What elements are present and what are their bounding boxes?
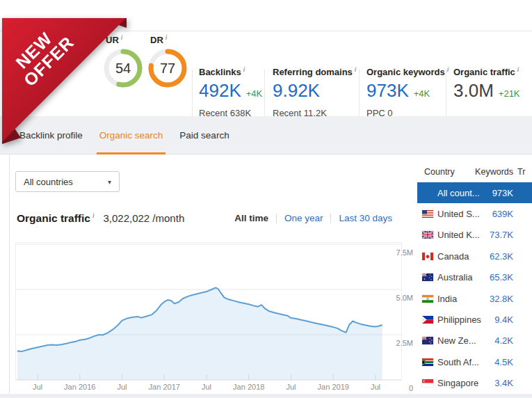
- table-row-canada[interactable]: Canada62.3K: [417, 246, 532, 266]
- ur-label: URi: [103, 34, 145, 45]
- x-axis-tick-label: Jul: [371, 383, 380, 391]
- chart-title-text: Organic traffic: [17, 212, 90, 224]
- backlinks-label: Backlinksi: [199, 66, 264, 77]
- table-row-philippines[interactable]: Philippines9.4K: [417, 309, 532, 330]
- organic-traffic-delta: +21K: [499, 88, 520, 99]
- keywords-value: 65.3K: [490, 272, 513, 282]
- country-name: United S...: [437, 209, 480, 219]
- info-icon[interactable]: i: [517, 66, 519, 73]
- x-axis-tick-label: Jul: [117, 383, 127, 391]
- country-name: United K...: [437, 230, 480, 240]
- chart-title-value: 3,022,022 /month: [103, 212, 184, 224]
- keywords-value: 973K: [492, 188, 513, 198]
- organic-keywords-label: Organic keywordsi: [366, 66, 449, 77]
- flag-us-icon: [422, 210, 433, 218]
- tab-paid-search[interactable]: Paid search: [171, 116, 237, 154]
- flag-in-icon: [422, 295, 433, 303]
- organic-keywords-value[interactable]: 973K: [366, 80, 409, 101]
- organic-keywords-stat: Organic keywordsi 973K +4K PPC 0: [366, 66, 449, 121]
- country-filter-dropdown[interactable]: All countries ▾: [15, 171, 120, 192]
- flag-za-icon: [422, 358, 433, 366]
- x-axis-tick-label: Jul: [286, 383, 296, 391]
- tab-backlink-profile[interactable]: Backlink profile: [11, 116, 91, 154]
- table-row-all-count---[interactable]: All count...973K: [417, 182, 532, 203]
- flag-au-icon: [422, 273, 433, 281]
- y-axis-tick-label: 7.5M: [396, 248, 413, 257]
- countries-table: Country Keywords Tr All count...973KUnit…: [417, 167, 532, 394]
- organic-traffic-label-text: Organic traffic: [453, 67, 515, 77]
- organic-keywords-delta: +4K: [414, 88, 430, 99]
- table-row-south-af---[interactable]: South Af...4.5K: [417, 351, 532, 372]
- range-last-30-days[interactable]: Last 30 days: [331, 213, 400, 223]
- dr-gauge: DRi 77: [147, 34, 189, 88]
- page-bottom-strip: [0, 394, 532, 398]
- country-name: South Af...: [437, 357, 479, 367]
- country-name: All count...: [437, 188, 480, 198]
- info-icon[interactable]: i: [166, 34, 168, 41]
- organic-traffic-area-chart[interactable]: [15, 242, 402, 381]
- dr-value: 77: [147, 48, 188, 88]
- organic-traffic-label: Organic traffici: [453, 66, 520, 77]
- x-axis-tick-label: Jan 2016: [64, 383, 95, 391]
- keywords-value: 4.2K: [494, 335, 513, 346]
- keywords-value: 639K: [492, 209, 513, 219]
- ribbon-fold-top: [99, 18, 127, 28]
- info-icon[interactable]: i: [447, 66, 449, 73]
- column-header-country: Country: [424, 167, 455, 177]
- info-icon[interactable]: i: [355, 66, 357, 73]
- organic-traffic-stat: Organic traffici 3.0M +21K: [453, 66, 520, 101]
- x-axis-tick-label: Jan 2017: [149, 383, 180, 391]
- table-row-australia[interactable]: Australia65.3K: [417, 267, 532, 288]
- column-header-traffic: Tr: [517, 167, 525, 177]
- range-one-year[interactable]: One year: [277, 213, 331, 223]
- country-name: India: [437, 294, 457, 304]
- panel-left-border: [9, 154, 10, 394]
- referring-domains-value[interactable]: 9.92K: [273, 80, 320, 101]
- ur-label-text: UR: [106, 35, 119, 45]
- country-name: New Ze...: [437, 335, 476, 346]
- flag-sg-icon: [422, 379, 433, 387]
- tab-organic-search[interactable]: Organic search: [91, 116, 172, 154]
- country-name: Canada: [437, 251, 469, 262]
- report-tabbar: Backlink profile Organic search Paid sea…: [0, 116, 532, 154]
- country-filter-value: All countries: [24, 177, 73, 187]
- organic-traffic-value: 3.0M: [453, 80, 494, 101]
- chart-title: Organic traffici: [17, 212, 94, 225]
- keywords-value: 62.3K: [490, 251, 513, 262]
- chart-heading-row: Organic traffici 3,022,022 /month: [17, 212, 184, 225]
- table-row-united-k---[interactable]: United K...73.7K: [417, 225, 532, 246]
- country-name: Australia: [437, 272, 473, 282]
- column-header-keywords: Keywords: [475, 167, 513, 177]
- info-icon[interactable]: i: [92, 212, 95, 219]
- range-all-time[interactable]: All time: [227, 213, 276, 223]
- y-axis-tick-label: 0: [409, 384, 413, 392]
- y-axis-tick-label: 2.5M: [396, 339, 413, 347]
- x-axis-tick-label: Jan 2018: [233, 383, 264, 391]
- referring-domains-label-text: Referring domains: [273, 67, 353, 77]
- flag-ph-icon: [422, 316, 433, 324]
- keywords-value: 9.4K: [494, 315, 513, 325]
- dr-label: DRi: [147, 34, 189, 45]
- ur-gauge: URi 54: [103, 34, 145, 88]
- info-icon[interactable]: i: [243, 66, 245, 73]
- dr-label-text: DR: [150, 35, 163, 45]
- backlinks-value[interactable]: 492K: [199, 80, 241, 101]
- backlinks-delta: +4K: [246, 88, 263, 99]
- referring-domains-label: Referring domainsi: [273, 66, 356, 77]
- table-row-united-s---[interactable]: United S...639K: [417, 203, 532, 224]
- info-icon[interactable]: i: [121, 34, 123, 41]
- chevron-down-icon: ▾: [108, 178, 111, 186]
- table-row-india[interactable]: India32.8K: [417, 288, 532, 309]
- x-axis-tick-label: Jul: [33, 383, 42, 391]
- flag-nz-icon: [422, 337, 433, 344]
- date-range-switcher: All time One year Last 30 days: [227, 213, 400, 223]
- keywords-value: 32.8K: [490, 294, 513, 304]
- keywords-value: 73.7K: [490, 230, 513, 240]
- backlinks-label-text: Backlinks: [199, 67, 241, 77]
- table-row-new-ze---[interactable]: New Ze...4.2K: [417, 331, 532, 351]
- keywords-value: 3.4K: [494, 378, 513, 388]
- flag-gb-icon: [422, 231, 433, 239]
- table-row-singapore[interactable]: Singapore3.4K: [417, 373, 532, 394]
- y-axis-tick-label: 5.0M: [396, 294, 413, 302]
- country-name: Philippines: [437, 315, 481, 325]
